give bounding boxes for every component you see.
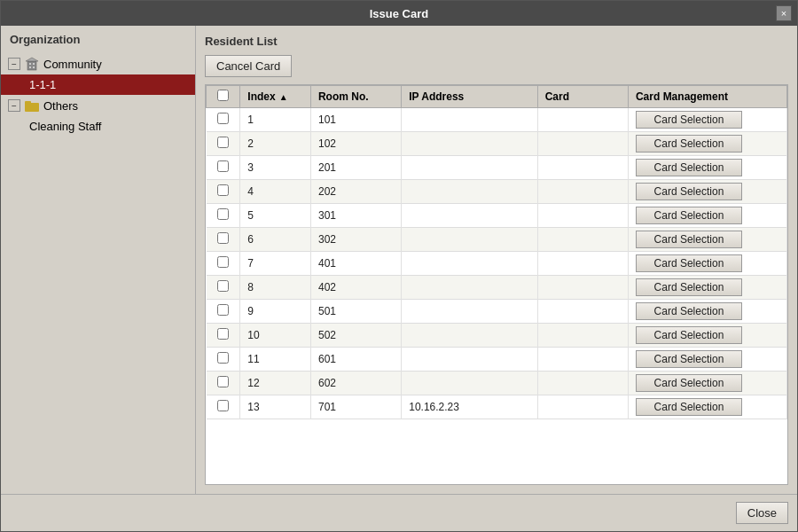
col-header-ip[interactable]: IP Address <box>402 86 537 108</box>
sidebar-item-1-1-1[interactable]: 1-1-1 <box>1 74 195 95</box>
row-checkbox-cell[interactable] <box>207 348 240 372</box>
resident-table-container[interactable]: Index ▲ Room No. IP Address <box>205 84 788 485</box>
row-checkbox-cell[interactable] <box>207 228 240 252</box>
row-checkbox-cell[interactable] <box>207 276 240 300</box>
svg-rect-4 <box>33 66 35 68</box>
card-selection-button-2[interactable]: Card Selection <box>636 159 742 176</box>
row-checkbox-8[interactable] <box>217 304 229 316</box>
col-header-room[interactable]: Room No. <box>310 86 401 108</box>
sidebar-item-cleaning-staff[interactable]: Cleaning Staff <box>1 116 195 137</box>
svg-marker-5 <box>26 58 38 61</box>
row-checkbox-12[interactable] <box>217 400 229 411</box>
row-ip-cell <box>402 228 537 252</box>
row-checkbox-1[interactable] <box>217 137 229 148</box>
card-selection-button-11[interactable]: Card Selection <box>636 374 742 392</box>
row-checkbox-cell[interactable] <box>207 324 240 348</box>
card-selection-button-7[interactable]: Card Selection <box>636 278 742 296</box>
card-selection-button-1[interactable]: Card Selection <box>636 135 742 153</box>
card-selection-button-10[interactable]: Card Selection <box>636 350 742 368</box>
card-selection-button-12[interactable]: Card Selection <box>636 398 742 416</box>
row-checkbox-0[interactable] <box>217 113 229 124</box>
row-mgmt-cell[interactable]: Card Selection <box>628 276 786 300</box>
table-row: 9 501 Card Selection <box>207 300 787 324</box>
row-card-cell <box>537 108 628 132</box>
table-row: 3 201 Card Selection <box>207 156 787 180</box>
row-mgmt-cell[interactable]: Card Selection <box>628 300 786 324</box>
dialog-footer: Close <box>1 494 797 531</box>
row-mgmt-cell[interactable]: Card Selection <box>628 228 786 252</box>
select-all-checkbox[interactable] <box>217 90 229 101</box>
row-mgmt-cell[interactable]: Card Selection <box>628 132 786 156</box>
row-mgmt-cell[interactable]: Card Selection <box>628 372 786 395</box>
col-header-checkbox[interactable] <box>207 86 240 108</box>
building-icon <box>24 57 40 71</box>
row-card-cell <box>537 395 628 419</box>
table-row: 7 401 Card Selection <box>207 252 787 276</box>
dialog-title: Issue Card <box>370 7 428 20</box>
toggle-others[interactable]: − <box>8 99 20 112</box>
main-content: Resident List Cancel Card Index <box>196 26 797 494</box>
row-ip-cell <box>402 204 537 228</box>
row-room-cell: 401 <box>310 252 401 276</box>
toggle-community[interactable]: − <box>8 58 20 70</box>
row-ip-cell <box>402 156 537 180</box>
row-checkbox-11[interactable] <box>217 376 229 387</box>
row-mgmt-cell[interactable]: Card Selection <box>628 180 786 204</box>
sidebar-item-1-1-1-label: 1-1-1 <box>29 78 56 91</box>
card-selection-button-0[interactable]: Card Selection <box>636 111 742 129</box>
row-checkbox-9[interactable] <box>217 328 229 340</box>
row-index-cell: 5 <box>240 204 311 228</box>
row-card-cell <box>537 228 628 252</box>
row-checkbox-5[interactable] <box>217 232 229 244</box>
svg-rect-7 <box>25 101 31 105</box>
row-card-cell <box>537 132 628 156</box>
close-button[interactable]: Close <box>736 502 788 524</box>
row-room-cell: 202 <box>310 180 401 204</box>
row-index-cell: 9 <box>240 300 311 324</box>
row-mgmt-cell[interactable]: Card Selection <box>628 395 786 419</box>
dialog-body: Organization − Community <box>1 26 797 494</box>
cancel-card-button[interactable]: Cancel Card <box>205 55 292 77</box>
card-selection-button-3[interactable]: Card Selection <box>636 183 742 200</box>
close-icon[interactable]: × <box>776 5 792 21</box>
row-checkbox-cell[interactable] <box>207 372 240 395</box>
row-mgmt-cell[interactable]: Card Selection <box>628 156 786 180</box>
sidebar-item-community[interactable]: − Community <box>1 53 195 74</box>
row-checkbox-cell[interactable] <box>207 300 240 324</box>
row-mgmt-cell[interactable]: Card Selection <box>628 108 786 132</box>
row-index-cell: 6 <box>240 228 311 252</box>
row-mgmt-cell[interactable]: Card Selection <box>628 252 786 276</box>
row-checkbox-cell[interactable] <box>207 395 240 419</box>
col-header-index[interactable]: Index ▲ <box>240 86 311 108</box>
row-checkbox-cell[interactable] <box>207 108 240 132</box>
row-checkbox-cell[interactable] <box>207 252 240 276</box>
card-selection-button-6[interactable]: Card Selection <box>636 254 742 272</box>
row-checkbox-cell[interactable] <box>207 204 240 228</box>
row-mgmt-cell[interactable]: Card Selection <box>628 324 786 348</box>
row-mgmt-cell[interactable]: Card Selection <box>628 348 786 372</box>
row-card-cell <box>537 324 628 348</box>
table-row: 6 302 Card Selection <box>207 228 787 252</box>
row-room-cell: 701 <box>310 395 401 419</box>
row-mgmt-cell[interactable]: Card Selection <box>628 204 786 228</box>
row-checkbox-cell[interactable] <box>207 180 240 204</box>
row-checkbox-3[interactable] <box>217 184 229 196</box>
row-checkbox-10[interactable] <box>217 352 229 364</box>
card-selection-button-9[interactable]: Card Selection <box>636 326 742 344</box>
card-selection-button-8[interactable]: Card Selection <box>636 302 742 320</box>
svg-rect-3 <box>29 66 31 68</box>
sidebar-item-cleaning-staff-label: Cleaning Staff <box>29 120 101 133</box>
col-ip-label: IP Address <box>409 90 464 103</box>
card-selection-button-4[interactable]: Card Selection <box>636 207 742 224</box>
col-header-card[interactable]: Card <box>537 86 628 108</box>
row-checkbox-cell[interactable] <box>207 132 240 156</box>
card-selection-button-5[interactable]: Card Selection <box>636 231 742 248</box>
svg-rect-0 <box>27 61 36 70</box>
row-checkbox-cell[interactable] <box>207 156 240 180</box>
row-checkbox-2[interactable] <box>217 160 229 172</box>
row-checkbox-6[interactable] <box>217 256 229 268</box>
row-checkbox-7[interactable] <box>217 280 229 292</box>
sidebar-item-others[interactable]: − Others <box>1 95 195 116</box>
col-header-mgmt[interactable]: Card Management <box>628 86 786 108</box>
row-checkbox-4[interactable] <box>217 208 229 220</box>
